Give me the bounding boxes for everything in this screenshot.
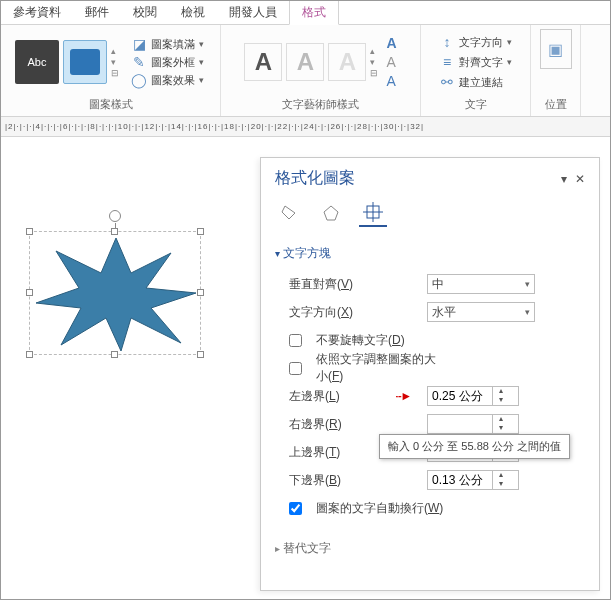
wordart-gallery[interactable]: A A A (244, 43, 366, 81)
resize-to-fit-checkbox[interactable] (289, 362, 302, 375)
shape-fill-button[interactable]: ◪圖案填滿▾ (129, 35, 206, 53)
bottom-margin-spinner[interactable]: ▴▾ (427, 470, 519, 490)
position-icon: ▣ (548, 40, 563, 59)
shape-outline-button[interactable]: ✎圖案外框▾ (129, 53, 206, 71)
svg-marker-0 (36, 238, 196, 351)
pencil-icon: ✎ (131, 54, 147, 70)
wordart-preset-1[interactable]: A (244, 43, 282, 81)
annotation-arrow-icon: ····► (395, 389, 410, 403)
text-outline-icon[interactable]: A (386, 54, 396, 70)
bucket-icon: ◪ (131, 36, 147, 52)
group-wordart: A A A ▴▾⊟ A A A 文字藝術師樣式 (221, 25, 421, 116)
text-fill-icon[interactable]: A (386, 35, 396, 51)
right-margin-label: 右邊界(R) (289, 416, 419, 433)
pane-menu-button[interactable]: ▾ (561, 172, 567, 186)
tab-review[interactable]: 校閱 (121, 0, 169, 24)
chevron-down-icon: ▾ (199, 57, 204, 67)
format-shape-pane: 格式化圖案 ▾ ✕ 文字方塊 垂直對齊(V) 中▾ 文字方向(X) 水平▾ (260, 157, 600, 591)
document-canvas[interactable]: 格式化圖案 ▾ ✕ 文字方塊 垂直對齊(V) 中▾ 文字方向(X) 水平▾ (1, 137, 610, 599)
wrap-text-label: 圖案的文字自動換行(W) (316, 500, 446, 517)
pane-tab-effects[interactable] (317, 199, 345, 227)
link-icon: ⚯ (439, 74, 455, 90)
text-direction-select[interactable]: 水平▾ (427, 302, 535, 322)
wordart-preset-3[interactable]: A (328, 43, 366, 81)
text-direction-button[interactable]: ↕文字方向▾ (437, 33, 514, 51)
tab-view[interactable]: 檢視 (169, 0, 217, 24)
chevron-down-icon: ▾ (525, 279, 530, 289)
text-direction-label: 文字方向(X) (289, 304, 419, 321)
group-label-wordart: 文字藝術師樣式 (282, 95, 359, 114)
right-margin-spinner[interactable]: ▴▾ (427, 414, 519, 434)
validation-tooltip: 輸入 0 公分 至 55.88 公分 之間的值 (379, 434, 570, 459)
pane-tab-fill[interactable] (275, 199, 303, 227)
pentagon-icon (321, 203, 341, 223)
pane-category-tabs (275, 199, 585, 227)
explosion-shape-icon (31, 233, 201, 353)
align-text-icon: ≡ (439, 54, 455, 70)
shape-effects-button[interactable]: ◯圖案效果▾ (129, 71, 206, 89)
chevron-down-icon: ▾ (199, 39, 204, 49)
no-rotate-checkbox[interactable] (289, 334, 302, 347)
bottom-margin-label: 下邊界(B) (289, 472, 419, 489)
pane-close-button[interactable]: ✕ (575, 172, 585, 186)
chevron-down-icon: ▾ (199, 75, 204, 85)
pane-title: 格式化圖案 (275, 168, 355, 189)
section-textbox[interactable]: 文字方塊 (275, 241, 585, 266)
shape-style-preset-2[interactable] (63, 40, 107, 84)
group-label-position: 位置 (545, 95, 567, 114)
group-text: ↕文字方向▾ ≡對齊文字▾ ⚯建立連結 文字 (421, 25, 531, 116)
shape-style-gallery-more[interactable]: ▴▾⊟ (111, 46, 119, 78)
effects-icon: ◯ (131, 72, 147, 88)
left-margin-spinner[interactable]: ▴▾ (427, 386, 519, 406)
valign-select[interactable]: 中▾ (427, 274, 535, 294)
tab-developer[interactable]: 開發人員 (217, 0, 289, 24)
bucket-icon (279, 203, 299, 223)
wordart-gallery-more[interactable]: ▴▾⊟ (370, 46, 378, 78)
right-margin-input[interactable] (428, 417, 492, 431)
rotation-handle[interactable] (109, 210, 121, 222)
wordart-preset-2[interactable]: A (286, 43, 324, 81)
no-rotate-label: 不要旋轉文字(D) (316, 332, 446, 349)
section-alt-text[interactable]: 替代文字 (275, 536, 585, 561)
svg-marker-1 (282, 206, 295, 219)
valign-label: 垂直對齊(V) (289, 276, 419, 293)
textbox-options: 垂直對齊(V) 中▾ 文字方向(X) 水平▾ 不要旋轉文字(D) 依照文字調整圖… (275, 266, 585, 530)
horizontal-ruler[interactable]: |2|·|·|·|4|·|·|·|6|·|·|·|8|·|·|·|10|·|·|… (1, 117, 610, 137)
text-effects-icon[interactable]: A (386, 73, 396, 89)
spin-down[interactable]: ▾ (493, 396, 508, 405)
chevron-down-icon: ▾ (525, 307, 530, 317)
group-shape-styles: Abc ▴▾⊟ ◪圖案填滿▾ ✎圖案外框▾ ◯圖案效果▾ 圖案樣式 (1, 25, 221, 116)
size-icon (363, 202, 383, 222)
svg-marker-2 (324, 206, 338, 220)
spin-down[interactable]: ▾ (493, 424, 508, 433)
tab-references[interactable]: 參考資料 (1, 0, 73, 24)
spin-down[interactable]: ▾ (493, 480, 508, 489)
align-text-button[interactable]: ≡對齊文字▾ (437, 53, 514, 71)
ribbon: Abc ▴▾⊟ ◪圖案填滿▾ ✎圖案外框▾ ◯圖案效果▾ 圖案樣式 A A A … (1, 25, 610, 117)
resize-to-fit-label: 依照文字調整圖案的大小(F) (316, 351, 446, 385)
pane-tab-layout[interactable] (359, 199, 387, 227)
shape-preview-icon (70, 49, 100, 75)
ribbon-tabs: 參考資料 郵件 校閱 檢視 開發人員 格式 (1, 1, 610, 25)
selected-shape[interactable] (29, 231, 201, 355)
tab-format[interactable]: 格式 (289, 0, 339, 25)
group-label-shape-styles: 圖案樣式 (89, 95, 133, 114)
shape-style-preset-1[interactable]: Abc (15, 40, 59, 84)
wrap-text-checkbox[interactable] (289, 502, 302, 515)
group-arrange: ▣ 位置 (531, 25, 581, 116)
group-label-text: 文字 (465, 95, 487, 114)
bottom-margin-input[interactable] (428, 473, 492, 487)
create-link-button[interactable]: ⚯建立連結 (437, 73, 505, 91)
text-direction-icon: ↕ (439, 34, 455, 50)
position-button[interactable]: ▣ (540, 29, 572, 69)
tab-mailings[interactable]: 郵件 (73, 0, 121, 24)
left-margin-input[interactable] (428, 389, 492, 403)
